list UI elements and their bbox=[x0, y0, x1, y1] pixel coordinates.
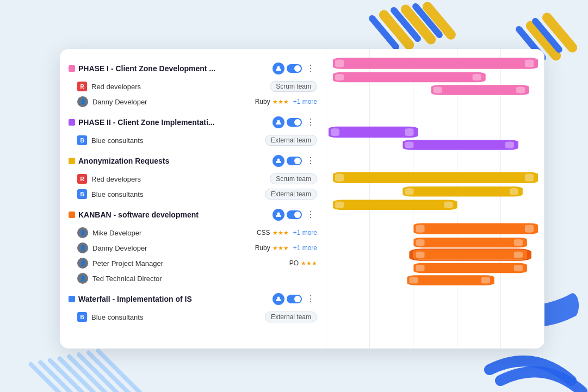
kanban-title: KANBAN - software development bbox=[78, 210, 269, 219]
waterfall-avatar-icon[interactable] bbox=[273, 293, 284, 305]
phase1-skill: Ruby ★★★ bbox=[255, 98, 289, 105]
svg-rect-15 bbox=[66, 353, 116, 392]
svg-rect-0 bbox=[377, 8, 416, 52]
svg-rect-49 bbox=[416, 225, 424, 232]
phase1-member-avatar: 👤 bbox=[77, 96, 88, 107]
svg-rect-51 bbox=[413, 238, 527, 247]
kanban-member3-name: Peter Project Manager bbox=[92, 259, 285, 267]
kanban-member1-skill: CSS ★★★ bbox=[257, 229, 289, 237]
svg-rect-26 bbox=[525, 59, 534, 67]
phase2-title: PHASE II - Client Zone Implementati... bbox=[78, 118, 269, 127]
kanban-m3-skill-name: PO bbox=[289, 259, 299, 267]
kanban-menu[interactable]: ⋮ bbox=[304, 208, 317, 221]
phase1-row: PHASE I - Client Zone Development ... ⋮ bbox=[60, 58, 326, 79]
phase2-toggle[interactable] bbox=[287, 118, 302, 127]
phase1-color bbox=[69, 65, 75, 72]
anon-controls: ⋮ bbox=[273, 154, 317, 167]
svg-rect-52 bbox=[416, 239, 424, 246]
main-card: PHASE I - Client Zone Development ... ⋮ … bbox=[60, 49, 544, 349]
svg-rect-24 bbox=[333, 58, 538, 69]
waterfall-color bbox=[69, 296, 75, 302]
svg-rect-17 bbox=[85, 350, 135, 392]
svg-rect-35 bbox=[405, 128, 413, 136]
svg-rect-32 bbox=[516, 86, 525, 93]
svg-rect-46 bbox=[335, 202, 344, 208]
svg-rect-58 bbox=[413, 263, 527, 273]
svg-rect-34 bbox=[331, 128, 339, 136]
kanban-avatar-icon[interactable] bbox=[273, 209, 284, 221]
phase2-menu[interactable]: ⋮ bbox=[304, 116, 317, 128]
phase2-team-name: Blue consultants bbox=[91, 136, 261, 145]
anon-team2-tag: External team bbox=[265, 189, 317, 200]
kanban-member4-name: Ted Technical Director bbox=[92, 275, 317, 283]
svg-rect-27 bbox=[333, 72, 486, 82]
phase2-color bbox=[69, 119, 75, 126]
waterfall-team1: B Blue consultants External team bbox=[60, 309, 326, 325]
svg-rect-57 bbox=[514, 251, 523, 258]
phase1-avatar-icon[interactable] bbox=[273, 63, 284, 74]
anon-team1-tag: Scrum team bbox=[270, 173, 317, 184]
phase1-team-badge: R bbox=[77, 82, 87, 91]
anon-team1-badge: R bbox=[77, 174, 87, 184]
kanban-m2-skill-name: Ruby bbox=[255, 244, 270, 252]
phase2-team1: B Blue consultants External team bbox=[60, 133, 326, 148]
phase2-team-tag: External team bbox=[265, 135, 317, 146]
kanban-m2-stars: ★★★ bbox=[273, 245, 289, 252]
phase1-more[interactable]: +1 more bbox=[293, 98, 317, 105]
svg-rect-28 bbox=[335, 74, 344, 80]
svg-rect-39 bbox=[333, 172, 538, 183]
kanban-color bbox=[69, 211, 75, 218]
svg-rect-63 bbox=[481, 277, 490, 283]
phase2-row: PHASE II - Client Zone Implementati... ⋮ bbox=[60, 111, 326, 133]
kanban-member1: 👤 Mike Developer CSS ★★★ +1 more bbox=[60, 225, 326, 240]
kanban-member4: 👤 Ted Technical Director bbox=[60, 271, 326, 286]
svg-rect-54 bbox=[413, 250, 527, 259]
anon-color bbox=[69, 158, 75, 164]
kanban-m2-more[interactable]: +1 more bbox=[293, 244, 317, 252]
phase1-menu[interactable]: ⋮ bbox=[304, 62, 317, 74]
phase2-avatar-icon[interactable] bbox=[273, 116, 284, 128]
phase1-skill-name: Ruby bbox=[255, 98, 270, 105]
anon-team2: B Blue consultants External team bbox=[60, 186, 326, 202]
kanban-member1-avatar: 👤 bbox=[77, 227, 88, 238]
kanban-member2-name: Danny Developer bbox=[92, 244, 251, 252]
waterfall-menu[interactable]: ⋮ bbox=[304, 293, 317, 305]
svg-rect-53 bbox=[514, 239, 523, 246]
kanban-toggle[interactable] bbox=[287, 210, 302, 219]
svg-rect-48 bbox=[413, 223, 538, 234]
waterfall-row: Waterfall - Implementation of IS ⋮ bbox=[60, 288, 326, 309]
phase1-toggle[interactable] bbox=[287, 64, 302, 73]
svg-rect-30 bbox=[431, 85, 529, 95]
anon-toggle[interactable] bbox=[287, 157, 302, 165]
svg-rect-37 bbox=[405, 141, 413, 148]
anon-team1: R Red developers Scrum team bbox=[60, 171, 326, 186]
phase1-stars: ★★★ bbox=[273, 98, 289, 105]
svg-rect-41 bbox=[525, 174, 534, 182]
phase2-controls: ⋮ bbox=[273, 116, 317, 128]
svg-rect-25 bbox=[335, 59, 344, 67]
svg-rect-5 bbox=[411, 2, 444, 40]
phase1-member-name: Danny Developer bbox=[92, 98, 251, 106]
svg-rect-2 bbox=[420, 0, 457, 41]
anon-team2-name: Blue consultants bbox=[91, 190, 261, 198]
kanban-m1-more[interactable]: +1 more bbox=[293, 229, 317, 237]
waterfall-team-badge: B bbox=[77, 312, 87, 322]
svg-rect-59 bbox=[416, 265, 424, 271]
phase1-team-tag: Scrum team bbox=[270, 81, 317, 92]
svg-rect-12 bbox=[38, 359, 87, 392]
anon-menu[interactable]: ⋮ bbox=[304, 154, 317, 167]
kanban-member3: 👤 Peter Project Manager PO ★★★ bbox=[60, 256, 326, 271]
svg-rect-1 bbox=[399, 3, 438, 47]
waterfall-toggle[interactable] bbox=[287, 295, 302, 303]
svg-rect-3 bbox=[368, 14, 401, 52]
waterfall-title: Waterfall - Implementation of IS bbox=[78, 295, 269, 303]
anon-avatar-icon[interactable] bbox=[273, 155, 284, 167]
phase1-controls: ⋮ bbox=[273, 62, 317, 74]
svg-rect-13 bbox=[47, 357, 96, 392]
kanban-m1-skill-name: CSS bbox=[257, 229, 270, 237]
kanban-controls: ⋮ bbox=[273, 208, 317, 221]
phase1-team1: R Red developers Scrum team bbox=[60, 79, 326, 94]
kanban-member2-avatar: 👤 bbox=[77, 242, 88, 253]
waterfall-team-tag: External team bbox=[265, 312, 317, 322]
phase2-team-badge: B bbox=[77, 135, 87, 145]
